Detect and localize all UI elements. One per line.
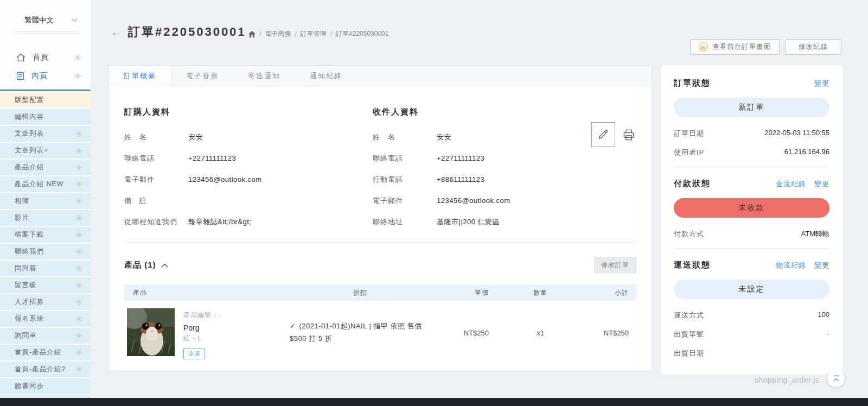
print-button[interactable]	[622, 129, 635, 141]
buyer-info-section: 訂購人資料 姓 名 安安 聯絡電話 +22711111123	[124, 99, 373, 238]
info-value: +22711111123	[437, 153, 484, 163]
sidebar-item[interactable]: 影片	[0, 210, 91, 226]
gear-icon[interactable]	[75, 130, 82, 137]
sidebar-item-label: 首頁-產品介紹	[15, 348, 61, 357]
sidebar-item-label: 報名系統	[15, 314, 44, 323]
gear-icon[interactable]	[74, 72, 81, 80]
product-discount: ✓(2021-01-01起)NAIL | 指甲 依照 售價 $500 打 5 折	[290, 308, 431, 345]
language-selector[interactable]: 繁體中文	[15, 15, 79, 32]
document-actions	[591, 122, 635, 147]
back-arrow-icon[interactable]: ←	[111, 25, 123, 39]
gear-icon[interactable]	[75, 181, 82, 188]
sidebar-item-label: 版型配置	[15, 96, 44, 105]
breadcrumb-home-icon[interactable]	[248, 31, 256, 37]
sidebar-item[interactable]: 人才招募	[0, 294, 91, 310]
sidebar-item[interactable]: 問與答	[0, 261, 91, 276]
gear-icon[interactable]	[75, 349, 82, 356]
status-link[interactable]: 變更	[814, 261, 829, 270]
gear-icon[interactable]	[75, 315, 82, 322]
info-row: 行動電話 +88611111123	[373, 174, 636, 185]
status-value: ATM轉帳	[801, 229, 829, 239]
gear-icon[interactable]	[75, 265, 82, 272]
sidebar-item-home[interactable]: 首頁	[0, 48, 91, 67]
gear-icon[interactable]	[75, 282, 82, 289]
tab[interactable]: 通知紀錄	[295, 66, 357, 86]
info-label: 姓 名	[373, 132, 437, 142]
sidebar-item[interactable]: 報名系統	[0, 311, 91, 327]
products-title: 產品 (1)	[124, 260, 156, 270]
info-value: 安安	[437, 132, 451, 142]
breadcrumb-item[interactable]: 訂單#2205030001	[336, 29, 388, 39]
status-label: 出貨日期	[674, 348, 704, 358]
status-row: 出貨日期	[674, 348, 829, 358]
status-label: 訂單日期	[674, 129, 704, 138]
tab[interactable]: 電子發票	[171, 66, 233, 86]
gear-icon[interactable]	[75, 231, 82, 238]
divider	[674, 167, 829, 167]
sidebar-item-label: 檔案下載	[15, 230, 44, 239]
status-value: 61.216.164.96	[784, 148, 829, 157]
info-row: 聯絡地址 基隆市||200 仁愛區	[373, 217, 636, 227]
edit-order-button[interactable]: 修改訂單	[594, 257, 636, 274]
gear-icon[interactable]	[75, 248, 82, 255]
sidebar-item[interactable]: 文章列表+	[0, 143, 91, 158]
tab[interactable]: 訂單概要	[109, 66, 171, 86]
view-front-order-button[interactable]: w 查看前台訂單畫面	[690, 39, 780, 55]
tab[interactable]: 寄送通知	[233, 66, 295, 86]
sidebar-item[interactable]: 產品介紹 NEW	[0, 176, 91, 192]
sidebar-item[interactable]: 文章列表	[0, 126, 91, 142]
status-link[interactable]: 金流紀錄	[776, 179, 806, 189]
frozen-badge: 冷凍	[183, 348, 205, 359]
info-label: 聯絡電話	[124, 153, 188, 163]
divider	[674, 248, 829, 249]
edit-pencil-button[interactable]	[591, 122, 615, 147]
info-label: 電子郵件	[373, 195, 437, 206]
check-icon: ✓	[290, 322, 296, 330]
sidebar-item-label: 文章列表+	[15, 146, 48, 155]
status-link[interactable]: 變更	[814, 79, 829, 88]
sidebar-item-inner-pages[interactable]: 內頁	[0, 67, 91, 85]
breadcrumb-separator: /	[330, 30, 332, 38]
sidebar-item[interactable]: 檔案下載	[0, 227, 91, 243]
sidebar-item-label: 相簿	[15, 196, 29, 206]
sidebar-item[interactable]: 首頁-產品介紹	[0, 345, 91, 360]
gear-icon[interactable]	[75, 198, 82, 205]
sidebar-item-label: 問與答	[15, 264, 37, 273]
status-row: 訂單日期 2022-05-03 11:50:55	[674, 129, 829, 138]
breadcrumb-item[interactable]: 訂單管理	[301, 29, 327, 39]
info-value: 123456@outlook.com	[437, 195, 510, 206]
pencil-icon	[597, 129, 609, 141]
sidebar-item[interactable]: 產品介紹	[0, 160, 91, 175]
product-sku: 產品編號：-	[183, 308, 221, 320]
gear-icon[interactable]	[75, 164, 82, 171]
scroll-to-top-button[interactable]	[827, 370, 845, 387]
gear-icon[interactable]	[75, 214, 82, 221]
status-link[interactable]: 變更	[814, 179, 829, 189]
gear-icon[interactable]	[75, 147, 82, 154]
edit-log-button[interactable]: 修改紀錄	[785, 39, 841, 55]
info-label: 電子郵件	[124, 174, 188, 185]
sidebar-item[interactable]: 相簿	[0, 193, 91, 209]
sidebar-item[interactable]: 聯絡我們	[0, 244, 91, 259]
sidebar-item[interactable]: 留言板	[0, 277, 91, 293]
sidebar-item[interactable]: 臉書同步	[0, 378, 91, 394]
gear-icon[interactable]	[75, 332, 82, 339]
sidebar-item[interactable]: 編輯內容	[0, 109, 91, 125]
printer-icon	[622, 129, 635, 141]
info-value: 安安	[188, 132, 203, 142]
product-variant: 紅 - L	[183, 334, 221, 343]
collapse-chevron-icon[interactable]	[161, 263, 168, 268]
gear-icon[interactable]	[75, 366, 82, 373]
sidebar-item-label: 文章列表	[15, 129, 44, 138]
recipient-info-title: 收件人資料	[373, 107, 636, 117]
shipping-status-title: 運送狀態	[674, 260, 711, 270]
sidebar-item[interactable]: 首頁-產品介紹2	[0, 361, 91, 377]
sidebar-item[interactable]: 詢問車	[0, 328, 91, 344]
status-link[interactable]: 物流紀錄	[776, 261, 806, 270]
gear-icon[interactable]	[74, 54, 81, 61]
sidebar-item[interactable]: 版型配置	[0, 92, 91, 108]
gear-icon[interactable]	[75, 299, 82, 306]
script-name-label: shopping_order.js	[755, 376, 819, 384]
breadcrumb-item[interactable]: 電子商務	[265, 29, 291, 39]
sidebar-item-label: 編輯內容	[15, 112, 44, 122]
